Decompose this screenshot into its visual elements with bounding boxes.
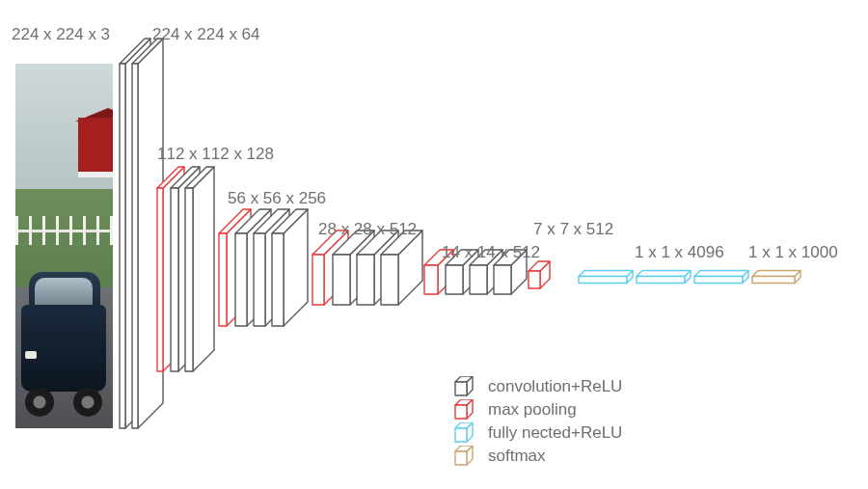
svg-marker-71 — [455, 405, 467, 419]
label-block3: 56 x 56 x 256 — [228, 189, 326, 208]
legend-conv-label: convolution+ReLU — [488, 377, 622, 396]
legend-softmax-label: softmax — [488, 447, 546, 466]
label-fc1000: 1 x 1 x 1000 — [748, 243, 838, 262]
label-input: 224 x 224 x 3 — [12, 25, 110, 44]
diagram-stage: 224 x 224 x 3 224 x 224 x 64 112 x 112 x… — [0, 0, 868, 489]
svg-marker-38 — [381, 255, 398, 305]
label-fc4096: 1 x 1 x 4096 — [635, 243, 724, 262]
cube-icon — [453, 446, 478, 467]
svg-marker-17 — [219, 233, 227, 326]
svg-marker-5 — [132, 64, 138, 428]
legend-fc: fully nected+ReLU — [453, 422, 622, 444]
svg-marker-64 — [752, 271, 800, 277]
svg-marker-53 — [529, 271, 540, 288]
svg-marker-2 — [120, 64, 125, 428]
legend-pool-label: max pooling — [488, 400, 577, 420]
svg-marker-20 — [235, 233, 247, 326]
label-block6: 7 x 7 x 512 — [533, 220, 613, 239]
svg-marker-56 — [579, 277, 627, 284]
cube-icon — [453, 399, 478, 421]
svg-marker-14 — [185, 188, 193, 371]
cube-icon — [453, 422, 478, 444]
label-block5: 14 x 14 x 512 — [442, 243, 540, 262]
label-block2: 112 x 112 x 128 — [157, 145, 274, 164]
svg-marker-65 — [752, 277, 795, 284]
label-block1: 224 x 224 x 64 — [152, 25, 260, 44]
svg-marker-74 — [455, 428, 467, 442]
legend-fc-label: fully nected+ReLU — [488, 423, 622, 443]
svg-marker-23 — [254, 233, 265, 326]
svg-marker-11 — [171, 188, 178, 371]
label-block4: 28 x 28 x 512 — [318, 220, 417, 239]
legend-conv: convolution+ReLU — [453, 376, 622, 397]
architecture-svg — [0, 0, 868, 489]
svg-marker-8 — [157, 188, 163, 371]
svg-marker-77 — [455, 451, 467, 465]
legend-softmax: softmax — [453, 446, 622, 467]
svg-marker-62 — [694, 277, 743, 284]
cube-icon — [453, 376, 478, 397]
svg-marker-29 — [312, 255, 324, 305]
legend: convolution+ReLU max pooling fully necte… — [453, 374, 622, 469]
svg-marker-35 — [357, 255, 374, 305]
svg-marker-61 — [694, 271, 748, 277]
svg-marker-41 — [424, 265, 438, 294]
svg-marker-68 — [455, 382, 467, 395]
svg-marker-58 — [637, 271, 691, 277]
svg-marker-55 — [579, 271, 633, 277]
svg-marker-59 — [637, 277, 685, 284]
svg-marker-44 — [446, 265, 463, 294]
svg-marker-26 — [272, 233, 284, 326]
svg-marker-12 — [193, 167, 214, 371]
svg-marker-32 — [333, 255, 350, 305]
legend-pool: max pooling — [453, 399, 622, 421]
svg-marker-47 — [470, 265, 487, 294]
svg-marker-50 — [494, 265, 511, 294]
